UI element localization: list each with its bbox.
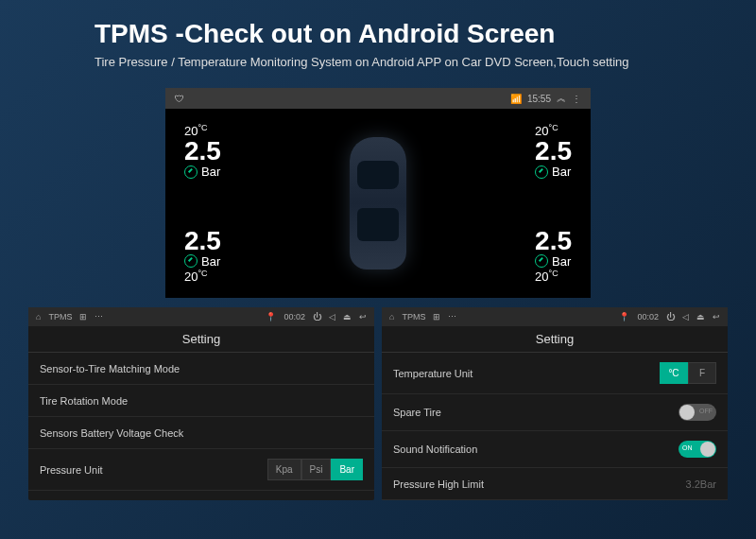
setting-label: Temperature Unit: [393, 368, 472, 379]
back-icon[interactable]: ↩: [713, 312, 720, 322]
back-icon[interactable]: ↩: [359, 312, 367, 322]
setting-pressure-high-limit[interactable]: Pressure High Limit 3.2Bar: [382, 468, 728, 500]
shield-icon: 🛡: [175, 94, 184, 104]
gauge-icon: [535, 165, 548, 179]
chevron-up-icon: ︽: [557, 92, 566, 105]
tpms-main-screen: 🛡 📶 15:55 ︽ ⋮ 20°C 2.5 Bar 2.5 Bar 20°C …: [165, 88, 591, 298]
left-settings-panel: ⌂ TPMS ⊞ ⋯ 📍 00:02 ⏻ ◁ ⏏ ↩ Setting Senso…: [28, 307, 374, 500]
panel-statusbar: ⌂ TPMS ⊞ ⋯ 📍 00:02 ⏻ ◁ ⏏ ↩: [28, 307, 374, 326]
setting-tire-rotation[interactable]: Tire Rotation Mode: [28, 385, 374, 417]
window-icon[interactable]: ⊞: [433, 312, 440, 322]
location-icon: 📍: [619, 312, 629, 322]
pressure-reading: 2.5: [535, 228, 572, 254]
power-icon[interactable]: ⏻: [666, 312, 675, 322]
pressure-unit: Bar: [552, 254, 571, 269]
wifi-icon: 📶: [510, 94, 522, 104]
rear-left-tire: 2.5 Bar 20°C: [184, 228, 221, 284]
spare-tire-toggle[interactable]: OFF: [679, 404, 716, 421]
panel-statusbar: ⌂ TPMS ⊞ ⋯ 📍 00:02 ⏻ ◁ ⏏ ↩: [382, 307, 728, 326]
gauge-icon: [535, 254, 548, 268]
eject-icon[interactable]: ⏏: [343, 312, 352, 322]
volume-icon[interactable]: ◁: [329, 312, 335, 322]
pressure-unit-buttons: Kpa Psi Bar: [267, 459, 363, 480]
setting-battery-check[interactable]: Sensors Battery Voltage Check: [28, 417, 374, 449]
rear-right-tire: 2.5 Bar 20°C: [535, 228, 572, 284]
pressure-reading: 2.5: [535, 138, 572, 165]
gauge-icon: [184, 254, 198, 268]
page-subtitle: Tire Pressure / Temperature Monitoring S…: [94, 55, 662, 69]
right-tire-column: 20°C 2.5 Bar 2.5 Bar 20°C: [535, 123, 572, 284]
front-right-tire: 20°C 2.5 Bar: [535, 123, 572, 179]
pressure-unit: Bar: [552, 165, 571, 179]
setting-spare-tire: Spare Tire OFF: [382, 394, 728, 431]
page-title: TPMS -Check out on Android Screen: [94, 19, 662, 49]
statusbar-time: 15:55: [527, 94, 551, 104]
more-icon[interactable]: ⋯: [94, 312, 103, 322]
power-icon[interactable]: ⏻: [313, 312, 321, 322]
gauge-icon: [184, 165, 198, 179]
setting-pressure-unit: Pressure Unit Kpa Psi Bar: [28, 449, 374, 491]
unit-celsius-button[interactable]: °C: [660, 362, 688, 384]
pressure-high-value: 3.2Bar: [686, 478, 716, 490]
app-name: TPMS: [402, 312, 425, 322]
window-icon[interactable]: ⊞: [79, 312, 87, 322]
left-tire-column: 20°C 2.5 Bar 2.5 Bar 20°C: [184, 123, 221, 284]
panel-time: 00:02: [284, 312, 305, 322]
setting-label: Pressure High Limit: [393, 478, 484, 490]
setting-label: Pressure Unit: [40, 464, 103, 476]
unit-fahrenheit-button[interactable]: F: [688, 362, 716, 384]
right-settings-panel: ⌂ TPMS ⊞ ⋯ 📍 00:02 ⏻ ◁ ⏏ ↩ Setting Tempe…: [382, 307, 728, 500]
android-statusbar: 🛡 📶 15:55 ︽ ⋮: [165, 88, 591, 109]
front-left-tire: 20°C 2.5 Bar: [184, 123, 221, 179]
more-icon[interactable]: ⋯: [448, 312, 456, 322]
setting-label: Spare Tire: [393, 407, 441, 418]
unit-bar-button[interactable]: Bar: [331, 459, 363, 480]
pressure-reading: 2.5: [184, 228, 221, 254]
panel-title: Setting: [28, 326, 374, 353]
location-icon: 📍: [266, 312, 276, 322]
setting-sensor-matching[interactable]: Sensor-to-Tire Matching Mode: [28, 353, 374, 385]
menu-icon: ⋮: [572, 94, 581, 104]
setting-label: Sound Notification: [393, 443, 477, 455]
pressure-reading: 2.5: [184, 138, 221, 165]
temp-unit-buttons: °C F: [660, 362, 716, 384]
tpms-display: 20°C 2.5 Bar 2.5 Bar 20°C 20°C 2.5 Bar 2…: [165, 109, 591, 298]
unit-kpa-button[interactable]: Kpa: [267, 459, 301, 480]
volume-icon[interactable]: ◁: [682, 312, 689, 322]
car-illustration: [340, 128, 416, 279]
home-icon[interactable]: ⌂: [389, 312, 394, 322]
eject-icon[interactable]: ⏏: [696, 312, 705, 322]
panel-time: 00:02: [637, 312, 659, 322]
panel-title: Setting: [382, 326, 728, 353]
app-name: TPMS: [48, 312, 72, 322]
home-icon[interactable]: ⌂: [36, 312, 41, 322]
pressure-unit: Bar: [201, 254, 220, 269]
temp-reading: 20°C: [535, 269, 572, 284]
page-header: TPMS -Check out on Android Screen Tire P…: [0, 0, 756, 78]
sound-toggle[interactable]: ON: [679, 441, 716, 458]
temp-reading: 20°C: [184, 269, 221, 284]
setting-temp-unit: Temperature Unit °C F: [382, 353, 728, 394]
settings-panels: ⌂ TPMS ⊞ ⋯ 📍 00:02 ⏻ ◁ ⏏ ↩ Setting Senso…: [0, 307, 756, 500]
pressure-unit: Bar: [201, 165, 220, 179]
setting-sound-notification: Sound Notification ON: [382, 431, 728, 468]
unit-psi-button[interactable]: Psi: [301, 459, 332, 480]
